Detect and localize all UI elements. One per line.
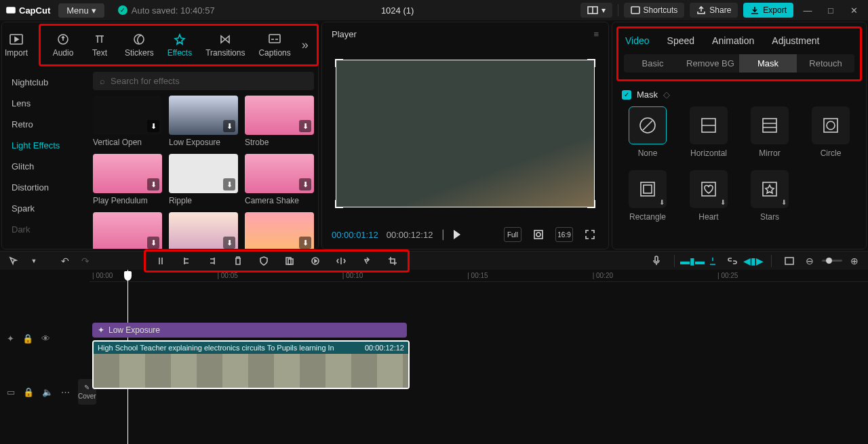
effect-card[interactable]: ⬇	[93, 212, 162, 249]
mask-toggle[interactable]: ✓ Mask ◇	[620, 89, 858, 106]
snap-icon[interactable]: ◀▮▶	[745, 254, 762, 268]
tab-stickers[interactable]: Stickers	[118, 31, 161, 59]
video-clip[interactable]: High School Teacher explaining electroni…	[92, 340, 410, 389]
mask-option-mirror[interactable]: Mirror	[745, 106, 794, 158]
mask-option-rectangle[interactable]: ⬇Rectangle	[623, 170, 672, 222]
delete-tool[interactable]	[230, 254, 246, 268]
mask-option-stars[interactable]: ⬇Stars	[745, 170, 794, 222]
selection-tool[interactable]	[5, 254, 22, 268]
mute-icon[interactable]: 🔈	[42, 387, 53, 397]
player-menu-icon[interactable]: ≡	[593, 29, 599, 39]
download-icon[interactable]: ⬇	[223, 120, 235, 132]
proptab-animation[interactable]: Animation	[712, 35, 754, 46]
full-button[interactable]: Full	[504, 227, 521, 242]
fx-track-icon[interactable]: ✦	[7, 334, 14, 344]
selection-dropdown[interactable]: ▼	[26, 254, 42, 268]
effect-card[interactable]: ⬇Low Exposure	[169, 96, 238, 147]
download-icon[interactable]: ⬇	[147, 120, 159, 132]
lock-icon[interactable]: 🔒	[23, 387, 34, 397]
crop-tool[interactable]	[384, 254, 401, 268]
minimize-button[interactable]: —	[799, 3, 816, 17]
category-dark[interactable]: Dark	[2, 219, 89, 240]
shortcuts-button[interactable]: Shortcuts	[624, 3, 685, 18]
subtab-mask[interactable]: Mask	[739, 54, 797, 73]
jump-start-icon[interactable]: ⎮	[441, 230, 446, 240]
subtab-removebg[interactable]: Remove BG	[682, 54, 739, 73]
subtab-retouch[interactable]: Retouch	[797, 54, 854, 73]
proptab-speed[interactable]: Speed	[667, 35, 694, 46]
lock-icon[interactable]: 🔒	[22, 334, 33, 344]
zoom-in-icon[interactable]: ⊕	[846, 254, 863, 268]
share-button[interactable]: Share	[690, 3, 738, 18]
effect-card[interactable]: ⬇Camera Shake	[245, 154, 314, 205]
split-tool[interactable]	[153, 254, 169, 268]
magnet-main-icon[interactable]: ▬▮▬	[684, 254, 701, 268]
mask-option-horizontal[interactable]: Horizontal	[684, 106, 733, 158]
shield-tool[interactable]	[256, 254, 272, 268]
export-button[interactable]: Export	[743, 3, 793, 18]
preview-icon[interactable]	[781, 254, 797, 268]
tab-transitions[interactable]: Transitions	[199, 31, 252, 59]
effect-card[interactable]: ⬇Vertical Open	[93, 96, 162, 147]
trim-right-tool[interactable]	[204, 254, 220, 268]
rotate-tool[interactable]	[359, 254, 375, 268]
download-icon[interactable]: ⬇	[223, 178, 235, 190]
video-track-icon[interactable]: ▭	[7, 387, 15, 397]
effect-card[interactable]: ⬇Ripple	[169, 154, 238, 205]
menu-button[interactable]: Menu ▾	[58, 3, 104, 18]
layout-button[interactable]: ▾	[580, 3, 612, 18]
category-distortion[interactable]: Distortion	[2, 177, 89, 198]
maximize-button[interactable]: □	[822, 3, 840, 17]
play-button[interactable]	[454, 230, 460, 239]
download-icon[interactable]: ⬇	[223, 237, 235, 249]
mask-option-circle[interactable]: Circle	[806, 106, 855, 158]
proptab-adjustment[interactable]: Adjustment	[772, 35, 819, 46]
effect-card[interactable]: ⬇	[245, 212, 314, 249]
crop-handle-tr[interactable]	[587, 59, 595, 67]
subtab-basic[interactable]: Basic	[624, 54, 682, 73]
category-light-effects[interactable]: Light Effects	[2, 135, 89, 156]
proptab-video[interactable]: Video	[625, 35, 650, 46]
effect-clip[interactable]: ✦ Low Exposure	[92, 323, 407, 338]
effect-card[interactable]: ⬇	[169, 212, 238, 249]
tab-audio[interactable]: Audio	[45, 31, 81, 59]
eye-icon[interactable]: 👁	[41, 334, 50, 344]
download-icon[interactable]: ⬇	[147, 237, 159, 249]
crop-handle-br[interactable]	[587, 200, 595, 208]
tab-text[interactable]: Text	[81, 31, 118, 59]
magnet-icon[interactable]	[705, 254, 721, 268]
effect-card[interactable]: ⬇Play Pendulum	[93, 154, 162, 205]
effect-card[interactable]: ⬇Strobe	[245, 96, 314, 147]
close-button[interactable]: ✕	[845, 3, 863, 17]
timeline-body[interactable]: | 00:00| 00:05| 00:10| 00:15| 00:20| 00:…	[90, 270, 868, 444]
zoom-slider[interactable]	[822, 260, 842, 262]
redo-button[interactable]: ↷	[77, 254, 94, 268]
more-icon[interactable]: ⋯	[61, 387, 70, 397]
ratio-button[interactable]: 16:9	[555, 227, 573, 242]
undo-button[interactable]: ↶	[57, 254, 73, 268]
download-icon[interactable]: ⬇	[299, 237, 311, 249]
mic-icon[interactable]	[648, 254, 665, 268]
category-spark[interactable]: Spark	[2, 198, 89, 219]
crop-handle-tl[interactable]	[335, 59, 343, 67]
trim-left-tool[interactable]	[178, 254, 195, 268]
fullscreen-icon[interactable]	[581, 227, 599, 242]
tab-import[interactable]: Import	[2, 31, 35, 59]
timeline-ruler[interactable]: | 00:00| 00:05| 00:10| 00:15| 00:20| 00:…	[90, 270, 868, 282]
category-nightclub[interactable]: Nightclub	[2, 72, 89, 93]
link-icon[interactable]	[725, 254, 741, 268]
preview-quality-icon[interactable]	[530, 227, 547, 242]
mask-option-none[interactable]: None	[623, 106, 672, 158]
reverse-tool[interactable]	[307, 254, 323, 268]
category-glitch[interactable]: Glitch	[2, 156, 89, 177]
copy-tool[interactable]	[281, 254, 298, 268]
mirror-tool[interactable]	[333, 254, 349, 268]
crop-handle-bl[interactable]	[335, 200, 343, 208]
tab-captions[interactable]: Captions	[252, 31, 297, 59]
download-icon[interactable]: ⬇	[147, 178, 159, 190]
effects-search[interactable]: ⌕ Search for effects	[93, 72, 314, 90]
download-icon[interactable]: ⬇	[299, 120, 311, 132]
tab-effects[interactable]: Effects	[161, 31, 199, 59]
download-icon[interactable]: ⬇	[299, 178, 311, 190]
zoom-out-icon[interactable]: ⊖	[802, 254, 818, 268]
